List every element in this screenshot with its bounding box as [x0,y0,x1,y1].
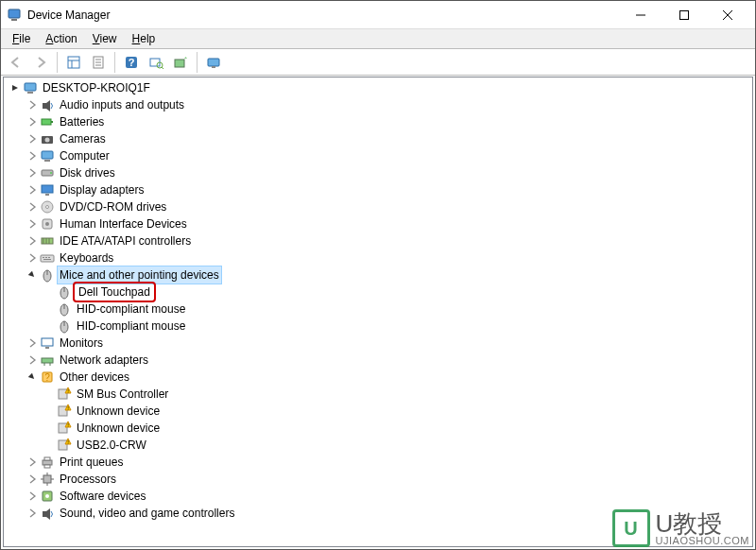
tree-item[interactable]: Software devices [8,488,752,505]
close-button[interactable] [706,1,749,28]
window-controls [619,1,749,28]
expander-spacer [42,421,57,436]
tree-item[interactable]: Disk drives [8,164,752,181]
expand-icon[interactable] [25,97,40,112]
svg-rect-20 [212,66,215,68]
expand-icon[interactable] [25,352,40,368]
tree-item[interactable]: Mice and other pointing devices [8,266,752,284]
warn-icon: ! [57,387,72,402]
collapse-icon[interactable] [25,267,40,283]
tree-item[interactable]: Dell Touchpad [8,284,752,301]
tree-item[interactable]: Computer [8,147,752,164]
tree-item[interactable]: !Unknown device [8,420,752,437]
other-icon: ? [40,370,55,385]
expand-icon[interactable] [25,216,40,232]
collapse-icon[interactable] [8,80,23,95]
tree-item[interactable]: HID-compliant mouse [8,301,752,318]
svg-rect-43 [43,257,44,258]
expand-icon[interactable] [25,114,40,129]
properties-button[interactable] [87,51,110,74]
expand-icon[interactable] [25,472,40,487]
tree-item[interactable]: Keyboards [8,249,752,266]
tree-item[interactable]: IDE ATA/ATAPI controllers [8,232,752,249]
tree-item[interactable]: Human Interface Devices [8,215,752,232]
svg-rect-18 [175,60,184,67]
tree-item[interactable]: Cameras [8,130,752,147]
keyboard-icon [40,250,55,266]
tree-item-label: DVD/CD-ROM drives [58,198,168,215]
tree-item[interactable]: Network adapters [8,352,752,369]
scan-hardware-button[interactable] [145,51,167,74]
update-driver-button[interactable] [169,51,192,74]
svg-point-27 [45,138,50,143]
tree-item-label: HID-compliant mouse [75,301,187,318]
svg-rect-25 [51,121,53,123]
svg-point-31 [50,172,52,174]
tree-item[interactable]: HID-compliant mouse [8,318,752,335]
svg-rect-73 [43,475,51,483]
back-button[interactable] [5,51,27,74]
tree-item-label: SM Bus Controller [75,386,170,403]
watermark-brand: U教授 [656,511,749,536]
menu-help[interactable]: Help [125,30,163,47]
tree-item-label: Processors [58,471,118,488]
tree-item[interactable]: Batteries [8,113,752,130]
tree-root[interactable]: DESKTOP-KROIQ1F [8,79,752,96]
expand-icon[interactable] [25,131,40,146]
tree-item-label: Audio inputs and outputs [58,96,186,113]
tree-item-label: Disk drives [58,164,117,181]
cpu-icon [40,472,55,487]
tree-item[interactable]: Display adapters [8,181,752,198]
svg-rect-29 [44,160,50,162]
expand-icon[interactable] [25,489,40,504]
tree-item[interactable]: !SM Bus Controller [8,386,752,403]
menu-view[interactable]: View [85,30,125,47]
tree-item-label: IDE ATA/ATAPI controllers [58,232,193,249]
tree-item[interactable]: Processors [8,471,752,488]
expand-icon[interactable] [25,506,40,521]
menu-file[interactable]: File [5,30,38,47]
expand-icon[interactable] [25,148,40,163]
tree-item[interactable]: Monitors [8,335,752,352]
help-button[interactable]: ? [120,51,143,74]
minimize-button[interactable] [619,1,662,28]
expand-icon[interactable] [25,165,40,180]
tree-item-label: Display adapters [58,181,146,198]
tree-item[interactable]: !Unknown device [8,403,752,420]
tree-item[interactable]: Audio inputs and outputs [8,96,752,113]
audio-icon [40,97,55,112]
device-manager-icon [7,8,22,23]
expand-icon[interactable] [25,455,40,470]
tree-item-label: Human Interface Devices [58,215,189,232]
svg-rect-62 [59,389,67,399]
uninstall-device-button[interactable] [202,51,225,74]
expand-icon[interactable] [25,199,40,215]
tree-item-label: Monitors [58,335,105,352]
tree-item[interactable]: !USB2.0-CRW [8,437,752,454]
tree-item-label: Mice and other pointing devices [58,266,221,284]
tree-item[interactable]: DVD/CD-ROM drives [8,198,752,215]
mouse-icon [57,284,72,300]
show-hide-console-button[interactable] [62,51,85,74]
watermark-url: UJIAOSHOU.COM [656,536,749,546]
tree-item-label: Computer [58,147,112,164]
expand-icon[interactable] [25,250,40,266]
expand-icon[interactable] [25,182,40,198]
tree-item-label: Cameras [58,130,108,147]
expander-spacer [42,387,57,402]
expand-icon[interactable] [25,335,40,351]
expand-icon[interactable] [25,233,40,249]
maximize-button[interactable] [662,1,706,28]
tree-item-label: Sound, video and game controllers [58,505,236,522]
collapse-icon[interactable] [25,370,40,385]
svg-point-35 [46,206,49,209]
tree-item[interactable]: ?Other devices [8,369,752,386]
svg-rect-42 [41,255,54,262]
tree-item[interactable]: Print queues [8,454,752,471]
menu-action[interactable]: Action [38,30,84,47]
forward-button[interactable] [29,51,52,74]
dvd-icon [40,199,55,215]
svg-rect-55 [42,338,53,346]
device-tree[interactable]: DESKTOP-KROIQ1F Audio inputs and outputs… [4,77,752,546]
svg-rect-45 [48,257,50,258]
